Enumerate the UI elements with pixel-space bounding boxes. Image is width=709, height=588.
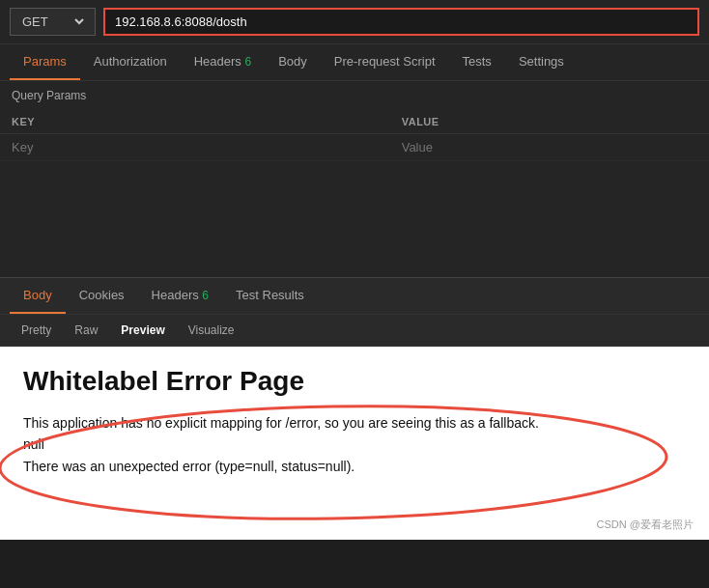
preview-sub-raw[interactable]: Raw (63, 319, 109, 342)
params-table: KEY VALUE (0, 110, 709, 161)
error-line3: There was an unexpected error (type=null… (23, 456, 686, 477)
value-column-header: VALUE (390, 110, 709, 134)
url-input[interactable] (103, 8, 699, 36)
tab-tests[interactable]: Tests (449, 44, 505, 80)
error-line2: null (23, 434, 686, 455)
tab-headers[interactable]: Headers 6 (181, 44, 265, 80)
method-dropdown[interactable]: GET POST PUT DELETE PATCH (18, 14, 87, 30)
params-empty-area (0, 161, 709, 277)
query-params-label: Query Params (0, 81, 709, 110)
response-tabs: Body Cookies Headers 6 Test Results (0, 277, 709, 315)
response-body: Whitelabel Error Page This application h… (0, 347, 709, 540)
tab-params[interactable]: Params (10, 44, 80, 80)
res-tab-body[interactable]: Body (10, 278, 66, 314)
headers-badge: 6 (244, 55, 251, 69)
tab-pre-request[interactable]: Pre-request Script (321, 44, 449, 80)
key-input[interactable] (12, 140, 379, 154)
res-tab-cookies[interactable]: Cookies (66, 278, 138, 314)
res-tab-test-results[interactable]: Test Results (222, 278, 318, 314)
error-page-title: Whitelabel Error Page (23, 366, 686, 397)
tab-settings[interactable]: Settings (505, 44, 578, 80)
top-bar: GET POST PUT DELETE PATCH (0, 0, 709, 44)
key-column-header: KEY (0, 110, 390, 134)
request-tabs: Params Authorization Headers 6 Body Pre-… (0, 44, 709, 81)
preview-sub-preview[interactable]: Preview (109, 319, 176, 342)
preview-sub-pretty[interactable]: Pretty (10, 319, 63, 342)
params-row-empty (0, 134, 709, 161)
preview-tabs: Pretty Raw Preview Visualize (0, 315, 709, 347)
error-line1: This application has no explicit mapping… (23, 412, 686, 434)
res-tab-headers[interactable]: Headers 6 (138, 278, 222, 314)
value-input[interactable] (402, 140, 697, 154)
tab-authorization[interactable]: Authorization (80, 44, 181, 80)
res-headers-badge: 6 (202, 289, 209, 302)
preview-sub-visualize[interactable]: Visualize (177, 319, 246, 342)
watermark: CSDN @爱看老照片 (597, 518, 694, 532)
tab-body[interactable]: Body (265, 44, 321, 80)
method-selector[interactable]: GET POST PUT DELETE PATCH (10, 8, 96, 36)
